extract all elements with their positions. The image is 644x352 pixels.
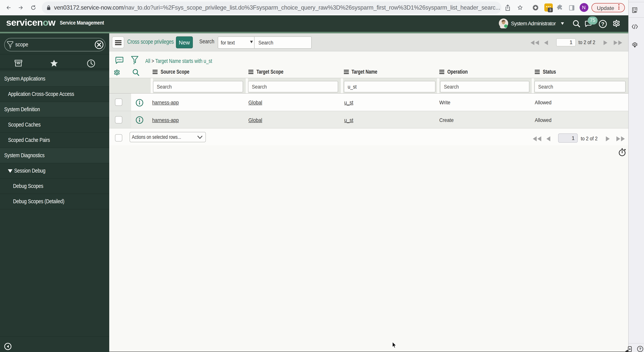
svg-text:?: ? [639,347,641,351]
svg-text:?: ? [601,21,604,27]
